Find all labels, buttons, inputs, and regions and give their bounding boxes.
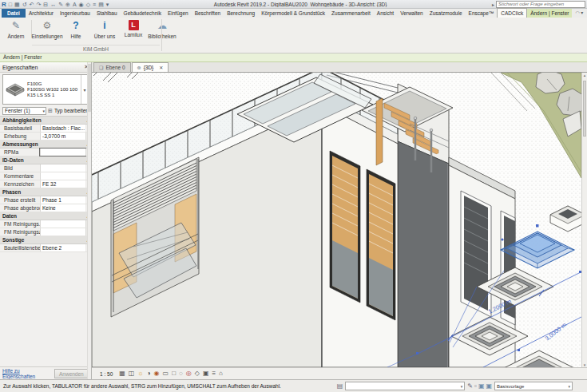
property-value[interactable] (40, 164, 85, 172)
property-section-sonstige[interactable]: Sonstige▴ (0, 236, 91, 244)
worksets-select[interactable]: ▾ (345, 382, 465, 390)
detail-level-icon[interactable]: ▦ (119, 369, 125, 378)
scroll-down-icon[interactable]: ▾ (582, 362, 587, 367)
measure-icon[interactable]: ↔ (50, 1, 56, 8)
apply-button[interactable]: Anwenden (54, 369, 89, 378)
default-3d-view-icon[interactable]: ◉ (79, 1, 84, 8)
type-selector[interactable]: F100G F100SG W102 100 100 K15 LS SS 1 ▾ (2, 74, 89, 105)
crop-region-visibility-icon[interactable]: □ (172, 369, 176, 378)
editable-only-icon[interactable]: ▫ (474, 382, 477, 390)
save-icon[interactable]: ▦ (14, 1, 20, 8)
ribbon-tab-körpermodell-grundstück[interactable]: Körpermodell & Grundstück (258, 9, 328, 18)
properties-help-link[interactable]: Hilfe zu Eigenschaften (2, 368, 51, 379)
property-section-phasen[interactable]: Phasen▴ (0, 188, 91, 196)
ribbon-tab-verwalten[interactable]: Verwalten (397, 9, 426, 18)
search-input[interactable] (496, 1, 585, 8)
vertical-scrollbar[interactable]: ▴ ▾ (581, 73, 587, 367)
scroll-up-icon[interactable]: ▴ (582, 73, 587, 77)
ribbon-tab-architektur[interactable]: Architektur (26, 9, 57, 18)
property-value[interactable]: Phase 1 (40, 196, 85, 204)
ribbon-tab-zusatzmodule[interactable]: Zusatzmodule (426, 9, 466, 18)
exclude-options-icon[interactable]: ▣ (478, 382, 485, 390)
ribbon-tab-beschriften[interactable]: Beschriften (192, 9, 224, 18)
print-icon[interactable]: ⊟ (43, 1, 48, 8)
ribbon-tab-ansicht[interactable]: Ansicht (374, 9, 397, 18)
ribbon-tab-ändern-fenster[interactable]: Ändern | Fenster (527, 9, 572, 18)
property-section-abhängigkeiten[interactable]: Abhängigkeiten▴ (0, 117, 91, 125)
3d-scene[interactable]: 1,2000 m 3,0000 m (92, 73, 581, 367)
edit-type-button[interactable]: Typ bearbeiten (54, 108, 89, 113)
shadows-icon[interactable]: ◑ (147, 369, 151, 378)
switch-windows-icon[interactable]: ▤ (98, 1, 104, 8)
aligned-dimension-icon[interactable]: ✎ (58, 1, 63, 8)
redo-icon[interactable]: ↷ (36, 1, 41, 8)
properties-scrollbar[interactable] (87, 62, 91, 379)
property-value[interactable]: Ebene 2 (40, 244, 85, 251)
ribbon-tab-cadclick[interactable]: CADClick (497, 8, 527, 18)
constraints-icon[interactable]: ≡ (212, 369, 216, 378)
wood-window[interactable] (367, 169, 395, 320)
wood-window[interactable] (330, 151, 360, 303)
ribbon-button-ändern[interactable]: ✎Ändern (2, 18, 30, 39)
ribbon-button-lamilux[interactable]: LLamilux (119, 18, 148, 39)
worksharing-display-icon[interactable]: ◇ (195, 369, 200, 378)
worksets-icon[interactable]: ▤ (337, 382, 343, 390)
ribbon-tab-enscape[interactable]: Enscape™ (466, 9, 498, 18)
open-icon[interactable]: □ (9, 1, 12, 8)
reveal-hidden-elements-icon[interactable]: ◎ (186, 369, 192, 378)
revit-r-icon[interactable]: R (2, 1, 6, 8)
ribbon-tab-gebäudetechnik[interactable]: Gebäudetechnik (121, 9, 165, 18)
ribbon-display-toggle-icon[interactable]: ◠ ▾ (575, 9, 583, 18)
active-only-icon[interactable]: ▣ (486, 382, 492, 390)
view-tab-ebene-0[interactable]: ❏ Ebene 0 (93, 62, 131, 72)
ribbon-tab-stahlbau[interactable]: Stahlbau (93, 9, 121, 18)
thin-lines-icon[interactable]: ≡ (93, 1, 96, 8)
analytical-model-icon[interactable]: ⌂ (219, 369, 223, 378)
ribbon-tab-berechnung[interactable]: Berechnung (224, 9, 258, 18)
property-value[interactable]: Keine (40, 204, 85, 212)
editing-requests-icon[interactable]: ✎ (467, 382, 473, 390)
properties-header[interactable]: Eigenschaften ✕ (0, 62, 91, 73)
property-value[interactable] (40, 172, 85, 180)
property-section-id-daten[interactable]: ID-Daten▴ (0, 156, 91, 164)
sun-path-icon[interactable]: ☼ (137, 369, 143, 378)
close-icon[interactable]: ✕ (159, 65, 163, 70)
property-section-daten[interactable]: Daten▴ (0, 212, 91, 220)
render-icon[interactable]: ◉ (154, 369, 160, 378)
undo-icon[interactable]: ↶ (30, 1, 34, 8)
tag-icon[interactable]: ⊕ (65, 1, 70, 8)
property-value[interactable]: FE 32 (40, 180, 85, 188)
ribbon-tab-zusammenarbeit[interactable]: Zusammenarbeit (328, 9, 374, 18)
scrollbar-thumb[interactable] (88, 64, 91, 112)
property-label: Bild (0, 164, 40, 172)
property-value[interactable] (40, 228, 85, 236)
property-value[interactable]: -3,0700 m (40, 133, 85, 140)
drag-grip[interactable] (536, 224, 539, 228)
property-section-abmessungen[interactable]: Abmessungen▴ (0, 141, 91, 148)
ribbon-tab-ingenieurbau[interactable]: Ingenieurbau (57, 9, 93, 18)
temporary-hide-isolate-icon[interactable]: ◌ (179, 369, 183, 378)
ribbon-button-einstellungen[interactable]: ⚙Einstellungen (33, 18, 61, 39)
property-value[interactable]: Basisdach : Flac... (40, 125, 85, 132)
view-tab-3d[interactable]: ⊛ {3D} ✕ (132, 62, 169, 72)
visual-style-icon[interactable]: ◫ (129, 369, 135, 378)
drag-grip[interactable] (501, 238, 503, 240)
temporary-view-properties-icon[interactable]: ▣ (203, 369, 209, 378)
crop-view-icon[interactable]: ▭ (163, 369, 169, 378)
scale-button[interactable]: 1 : 50 (100, 371, 113, 377)
ribbon-button-über-uns[interactable]: iÜber uns (90, 18, 119, 39)
ribbon-button-bibliotheken[interactable]: ☁Bibliotheken (148, 18, 176, 39)
ribbon-tab-datei[interactable]: Datei (2, 9, 26, 18)
scrollbar-thumb[interactable] (583, 81, 586, 137)
design-options-select[interactable]: Basisvorlage▾ (494, 382, 573, 390)
section-icon[interactable]: ◇ (86, 1, 90, 8)
element-filter-select[interactable]: Fenster (1)▾ (2, 107, 46, 115)
property-value[interactable] (40, 148, 85, 156)
property-value[interactable] (40, 220, 85, 228)
infocenter-collapse-icon[interactable]: ▸ (492, 2, 494, 7)
text-icon[interactable]: A (73, 1, 77, 8)
ribbon-tab-einfügen[interactable]: Einfügen (165, 9, 192, 18)
3d-viewport[interactable]: 1,2000 m 3,0000 m (92, 73, 581, 367)
sync-icon[interactable]: ↺ (22, 1, 27, 8)
ribbon-button-hilfe[interactable]: ?Hilfe (61, 18, 90, 39)
